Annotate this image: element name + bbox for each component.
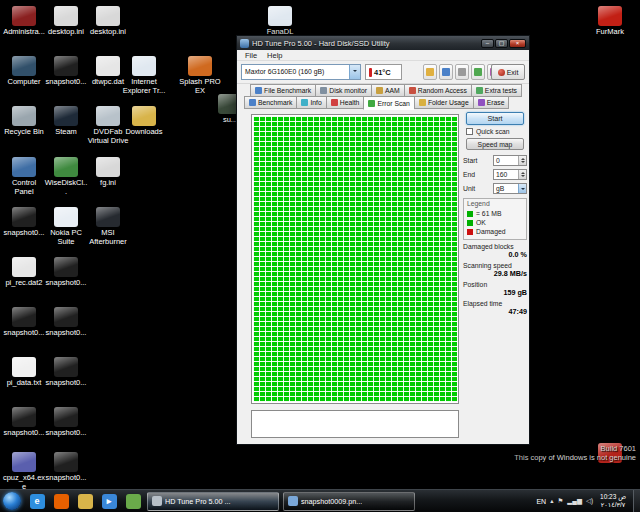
start-orb-button[interactable] <box>3 492 21 510</box>
pinned-app-button[interactable] <box>74 491 96 511</box>
desktop-icon[interactable]: pi_data.txt <box>2 357 46 388</box>
drive-select-combo[interactable]: Maxtor 6G160E0 (160 gB) <box>241 64 361 80</box>
tab-label: Extra tests <box>485 87 517 94</box>
pinned-app-button[interactable]: ▸ <box>98 491 120 511</box>
shortcut-file-icon <box>132 56 156 76</box>
desktop-icon[interactable]: WiseDiskCl... <box>44 157 88 196</box>
desktop-icon-label: Control Panel <box>2 179 46 196</box>
tab[interactable]: Erase <box>473 96 510 109</box>
taskbar-task-button[interactable]: HD Tune Pro 5.00 ... <box>147 492 279 511</box>
toolbar-button[interactable] <box>471 64 485 80</box>
desktop-icon[interactable]: snapshot0... <box>2 207 46 238</box>
tab[interactable]: Benchmark <box>244 96 296 109</box>
field-label: Start <box>463 157 477 164</box>
desktop-icon-label: pi_rec.dat2 <box>2 279 46 288</box>
field-input[interactable]: 0 <box>493 155 527 166</box>
stat-label: Elapsed time <box>463 300 527 307</box>
pinned-app-button[interactable] <box>50 491 72 511</box>
desktop-icon[interactable]: snapshot0... <box>44 257 88 288</box>
clock[interactable]: 10:23 ص ٢٠١٤/٣/٧ <box>597 493 629 510</box>
field-label: Unit <box>463 185 475 192</box>
stat-value: 0.0 % <box>463 250 527 259</box>
menu-item[interactable]: File <box>240 51 262 60</box>
desktop-icon[interactable]: snapshot0... <box>44 307 88 338</box>
desktop-icon[interactable]: Control Panel <box>2 157 46 196</box>
taskbar-task-button[interactable]: snapshot0009.pn... <box>283 492 415 511</box>
windows-genuine-watermark: Build 7601 This copy of Windows is not g… <box>514 444 636 464</box>
tab-label: Info <box>310 99 321 106</box>
desktop-icon[interactable]: FurMark <box>588 6 632 37</box>
desktop-icon[interactable]: snapshot0... <box>44 407 88 438</box>
pinned-app-button[interactable]: e <box>26 491 48 511</box>
desktop-icon[interactable]: Internet Explorer Tr... <box>122 56 166 95</box>
toolbar-button[interactable] <box>439 64 453 80</box>
network-icon[interactable]: ▂▄▆ <box>567 497 582 505</box>
desktop-icon[interactable]: desktop.ini <box>86 6 130 37</box>
menu-item[interactable]: Help <box>262 51 287 60</box>
field-input[interactable]: gB <box>493 183 527 194</box>
field-value: 160 <box>496 171 507 178</box>
desktop-icon[interactable]: Steam <box>44 106 88 137</box>
scan-map <box>251 114 459 404</box>
desktop-icon-label: Recycle Bin <box>2 128 46 137</box>
desktop-icon[interactable]: Nokia PC Suite <box>44 207 88 246</box>
control-panel-icon <box>12 157 36 177</box>
stat-value: 47:49 <box>463 307 527 316</box>
desktop-icon[interactable]: Computer <box>2 56 46 87</box>
speed-map-button[interactable]: Speed map <box>466 138 524 150</box>
desktop-icon[interactable]: snapshot0... <box>2 307 46 338</box>
desktop-icon[interactable]: fg.ini <box>86 157 130 188</box>
language-indicator[interactable]: EN <box>536 498 546 505</box>
desktop-icon[interactable]: snapshot0... <box>44 56 88 87</box>
task-icon <box>288 496 298 506</box>
show-desktop-button[interactable] <box>633 490 640 512</box>
desktop-icon[interactable]: Administra... <box>2 6 46 37</box>
application-icon <box>126 494 141 509</box>
desktop-icon[interactable]: Splash PRO EX <box>178 56 222 95</box>
window-control-button[interactable]: – <box>481 39 494 48</box>
folder-icon <box>132 106 156 126</box>
legend-swatch <box>467 211 473 217</box>
spinner-icon[interactable] <box>518 156 526 165</box>
desktop-icon[interactable]: cpuz_x64.exe <box>2 452 46 491</box>
exit-button[interactable]: Exit <box>491 64 525 80</box>
tab[interactable]: Folder Usage <box>414 96 473 109</box>
tab-icon <box>476 87 483 94</box>
window-title: HD Tune Pro 5.00 - Hard Disk/SSD Utility <box>252 39 481 48</box>
toolbar-button[interactable] <box>455 64 469 80</box>
desktop-icon[interactable]: snapshot0... <box>44 357 88 388</box>
title-bar[interactable]: HD Tune Pro 5.00 - Hard Disk/SSD Utility… <box>237 36 529 50</box>
volume-icon[interactable]: ◁) <box>586 497 593 505</box>
tab[interactable]: Error Scan <box>363 96 413 110</box>
toolbar-button[interactable] <box>423 64 437 80</box>
steam-icon <box>54 106 78 126</box>
window-control-button[interactable]: ▢ <box>495 39 508 48</box>
recycle-bin-icon <box>12 106 36 126</box>
field-value: gB <box>496 185 504 192</box>
desktop-icon-label: Computer <box>2 78 46 87</box>
desktop-icon[interactable]: pi_rec.dat2 <box>2 257 46 288</box>
quick-scan-checkbox[interactable] <box>466 128 473 135</box>
field-input[interactable]: 160 <box>493 169 527 180</box>
tab[interactable]: Info <box>296 96 325 109</box>
show-hidden-icons-icon[interactable]: ▴ <box>550 497 553 505</box>
action-center-icon[interactable]: ⚑ <box>557 497 563 505</box>
desktop-icon[interactable]: snapshot0... <box>44 452 88 483</box>
quick-scan-option[interactable]: Quick scan <box>466 128 527 135</box>
desktop-icon[interactable]: Downloads <box>122 106 166 137</box>
spinner-icon[interactable] <box>518 184 526 193</box>
field-value: 0 <box>496 157 500 164</box>
task-label: snapshot0009.pn... <box>301 497 362 506</box>
desktop-icon[interactable]: snapshot0... <box>2 407 46 438</box>
pinned-app-button[interactable] <box>122 491 144 511</box>
tab[interactable]: Health <box>326 96 364 109</box>
desktop-icon[interactable]: Recycle Bin <box>2 106 46 137</box>
spinner-icon[interactable] <box>518 170 526 179</box>
desktop-icon[interactable]: MSI Afterburner <box>86 207 130 246</box>
tab-icon <box>409 87 416 94</box>
desktop-icon[interactable]: desktop.ini <box>44 6 88 37</box>
start-scan-button[interactable]: Start <box>466 112 524 125</box>
desktop-icon-label: snapshot0... <box>44 379 88 388</box>
scan-stat: Scanning speed 29.8 MB/s <box>463 262 527 278</box>
window-control-button[interactable]: × <box>509 39 526 48</box>
